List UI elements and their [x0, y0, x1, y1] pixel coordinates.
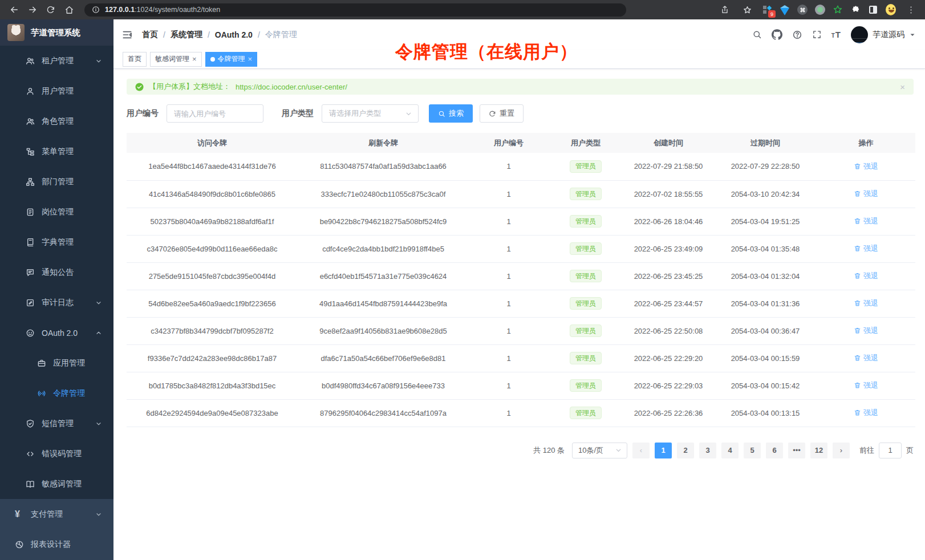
- active-tab-dot: [210, 57, 215, 62]
- create-time-cell: 2022-06-25 23:49:09: [623, 235, 714, 262]
- user-id-input[interactable]: [167, 104, 263, 123]
- breadcrumb-item[interactable]: 首页: [142, 30, 158, 40]
- alert-link[interactable]: https://doc.iocoder.cn/user-center/: [236, 83, 347, 91]
- home-icon[interactable]: [62, 2, 76, 17]
- sidebar-item-报表设计器[interactable]: 报表设计器: [0, 529, 113, 559]
- user-type-tag: 管理员: [570, 324, 602, 337]
- extensions-grid-icon[interactable]: 9: [762, 5, 772, 15]
- info-icon[interactable]: [91, 5, 100, 14]
- sidebar-item-OAuth 2.0[interactable]: OAuth 2.0: [0, 318, 113, 348]
- sidebar-item-错误码管理[interactable]: 错误码管理: [0, 439, 113, 469]
- page-button-2[interactable]: 2: [677, 443, 694, 458]
- force-logout-button[interactable]: 强退: [854, 244, 878, 254]
- page-button-4[interactable]: 4: [721, 443, 739, 458]
- page-button-1[interactable]: 1: [655, 443, 672, 458]
- user-type-tag: 管理员: [570, 160, 602, 173]
- sidebar-item-用户管理[interactable]: 用户管理: [0, 76, 113, 106]
- table-row: 1ea5e44f8bc1467aaede43144f31de76811c5304…: [127, 153, 915, 180]
- emoji-avatar-icon[interactable]: [886, 5, 896, 15]
- expire-time-cell: 2054-03-10 20:42:34: [714, 180, 817, 208]
- force-logout-button[interactable]: 强退: [854, 161, 878, 172]
- force-logout-button[interactable]: 强退: [854, 408, 878, 418]
- sidebar-item-label: 应用管理: [53, 358, 85, 368]
- sidebar-item-令牌管理[interactable]: 令牌管理: [0, 378, 113, 408]
- sidebar-item-label: 岗位管理: [42, 207, 74, 217]
- font-size-icon[interactable]: TT: [831, 30, 841, 39]
- force-logout-button[interactable]: 强退: [854, 216, 878, 226]
- sidebar-item-角色管理[interactable]: 角色管理: [0, 106, 113, 136]
- kebab-menu-icon[interactable]: [903, 2, 918, 17]
- expire-time-cell: 2022-07-29 22:28:50: [714, 153, 817, 180]
- action-cell: 强退: [817, 290, 915, 317]
- app-logo[interactable]: 芋道管理系统: [0, 19, 113, 46]
- force-logout-button[interactable]: 强退: [854, 189, 878, 199]
- sidebar-item-应用管理[interactable]: 应用管理: [0, 348, 113, 378]
- force-logout-button[interactable]: 强退: [854, 380, 878, 391]
- page-button-6[interactable]: 6: [766, 443, 783, 458]
- page-ellipsis[interactable]: •••: [788, 443, 805, 458]
- page-button-3[interactable]: 3: [699, 443, 716, 458]
- alert-close-icon[interactable]: ×: [900, 83, 905, 91]
- close-icon[interactable]: ×: [192, 55, 197, 63]
- sidebar-item-租户管理[interactable]: 租户管理: [0, 46, 113, 76]
- logo-image: [7, 24, 25, 41]
- tab-首页[interactable]: 首页: [123, 52, 147, 67]
- search-button[interactable]: 搜索: [429, 104, 473, 123]
- back-icon[interactable]: [7, 2, 22, 17]
- address-bar[interactable]: 127.0.0.1:1024/system/oauth2/token: [84, 3, 626, 17]
- bookmark-star-icon[interactable]: [740, 2, 754, 17]
- hamburger-icon[interactable]: [121, 29, 133, 40]
- sidebar-item-支付管理[interactable]: ¥支付管理: [0, 499, 113, 529]
- goto-page-input[interactable]: [879, 443, 902, 458]
- table-row: c342377bf8b344799dcbf7bf095287f29ce8ef2a…: [127, 317, 915, 344]
- sidebar-item-岗位管理[interactable]: 岗位管理: [0, 197, 113, 227]
- next-page-button[interactable]: ›: [833, 443, 850, 458]
- sidebar-item-部门管理[interactable]: 部门管理: [0, 167, 113, 197]
- reading-list-icon[interactable]: [868, 5, 878, 15]
- user-type-tag: 管理员: [570, 297, 602, 310]
- breadcrumb-item[interactable]: 系统管理: [171, 30, 202, 40]
- sidebar-item-审计日志[interactable]: 审计日志: [0, 287, 113, 318]
- green-star-icon[interactable]: [833, 5, 843, 15]
- page-button-12[interactable]: 12: [810, 443, 827, 458]
- sidebar-item-短信管理[interactable]: 短信管理: [0, 408, 113, 439]
- close-icon[interactable]: ×: [248, 55, 253, 63]
- prev-page-button[interactable]: ‹: [632, 443, 650, 458]
- force-logout-button[interactable]: 强退: [854, 298, 878, 309]
- tab-敏感词管理[interactable]: 敏感词管理×: [150, 52, 202, 67]
- user-menu[interactable]: 芋道源码: [851, 26, 916, 43]
- page-size-select[interactable]: 10条/页: [572, 443, 627, 458]
- record-circle-icon[interactable]: [815, 5, 825, 15]
- tab-令牌管理[interactable]: 令牌管理×: [205, 52, 258, 67]
- refresh-token-cell: dfa6c71a50a54c66bef706ef9e6e8d81: [298, 344, 469, 372]
- github-icon[interactable]: [772, 29, 782, 40]
- force-logout-button[interactable]: 强退: [854, 326, 878, 336]
- search-icon[interactable]: [752, 30, 762, 39]
- share-icon[interactable]: [717, 2, 732, 17]
- sidebar-item-通知公告[interactable]: 通知公告: [0, 257, 113, 287]
- user-id-cell: 1: [469, 372, 549, 399]
- breadcrumb-item[interactable]: OAuth 2.0: [215, 30, 253, 39]
- user-type-tag: 管理员: [570, 407, 602, 419]
- force-logout-button[interactable]: 强退: [854, 271, 878, 281]
- command-circle-icon[interactable]: [797, 5, 808, 15]
- reload-icon[interactable]: [43, 2, 58, 17]
- sidebar-item-敏感词管理[interactable]: 敏感词管理: [0, 469, 113, 499]
- fullscreen-icon[interactable]: [812, 30, 822, 39]
- search-icon: [438, 110, 445, 117]
- table-header-cell: 用户类型: [549, 133, 623, 153]
- force-logout-button[interactable]: 强退: [854, 353, 878, 363]
- breadcrumb-item: 令牌管理: [265, 30, 297, 40]
- table-header-cell: 访问令牌: [127, 133, 298, 153]
- action-cell: 强退: [817, 399, 915, 427]
- page-button-5[interactable]: 5: [744, 443, 761, 458]
- reset-button[interactable]: 重置: [480, 104, 524, 123]
- sidebar-item-字典管理[interactable]: 字典管理: [0, 227, 113, 257]
- sidebar-item-菜单管理[interactable]: 菜单管理: [0, 136, 113, 167]
- gem-icon[interactable]: [780, 5, 790, 15]
- forward-icon[interactable]: [25, 2, 40, 17]
- help-icon[interactable]: [792, 30, 802, 40]
- user-type-select[interactable]: 请选择用户类型: [322, 104, 419, 123]
- puzzle-icon[interactable]: [850, 5, 861, 15]
- user-type-cell: 管理员: [549, 372, 623, 399]
